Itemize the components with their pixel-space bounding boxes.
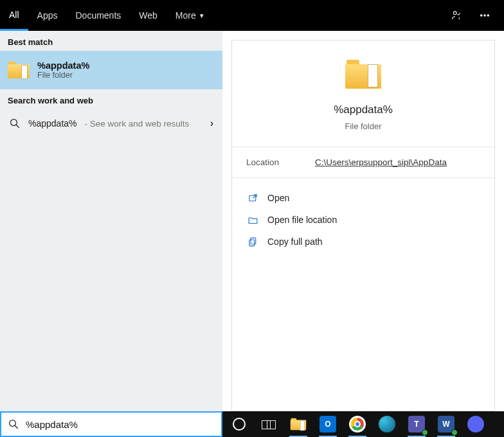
search-box[interactable]: [0, 411, 222, 437]
presence-badge: [451, 429, 458, 436]
search-input[interactable]: [26, 419, 215, 430]
taskbar-discord[interactable]: [462, 411, 490, 437]
preview-pane: %appdata% File folder Location C:\Users\…: [222, 31, 504, 411]
action-open[interactable]: Open: [242, 187, 484, 209]
tab-documents[interactable]: Documents: [66, 0, 130, 31]
tab-all[interactable]: All: [0, 0, 28, 31]
tab-more-label: More: [176, 10, 196, 21]
chrome-icon: [349, 416, 366, 433]
best-match-header: Best match: [0, 31, 222, 51]
explorer-icon: [291, 417, 306, 431]
search-results-pane: Best match %appdata% File folder Search …: [0, 31, 504, 411]
tab-web[interactable]: Web: [130, 0, 166, 31]
action-copy-path-label: Copy full path: [267, 236, 323, 247]
cortana-icon: [233, 418, 246, 431]
edge-icon: [379, 416, 395, 433]
svg-point-0: [453, 12, 456, 15]
web-result[interactable]: %appdata% - See work and web results ›: [0, 109, 222, 138]
action-open-location[interactable]: Open file location: [242, 209, 484, 231]
taskbar-explorer[interactable]: [284, 411, 312, 437]
taskbar: O T W: [222, 411, 504, 437]
taskbar-cortana[interactable]: [225, 411, 253, 437]
best-match-result[interactable]: %appdata% File folder: [0, 51, 222, 89]
action-copy-path[interactable]: Copy full path: [242, 231, 484, 253]
chevron-down-icon: ▼: [199, 12, 205, 19]
taskbar-word[interactable]: W: [432, 411, 460, 437]
work-web-header: Search work and web: [0, 89, 222, 109]
copy-icon: [248, 236, 258, 247]
outlook-icon: O: [320, 416, 336, 433]
tab-more[interactable]: More ▼: [166, 0, 214, 31]
tab-apps[interactable]: Apps: [28, 0, 67, 31]
search-icon: [8, 418, 19, 430]
taskbar-outlook[interactable]: O: [314, 411, 342, 437]
result-title: %appdata%: [37, 60, 89, 71]
bottom-bar: O T W: [0, 411, 504, 437]
search-icon: [9, 118, 21, 129]
web-result-query: %appdata%: [28, 118, 77, 129]
open-icon: [248, 193, 258, 204]
search-filter-tabs: All Apps Documents Web More ▼: [0, 0, 504, 31]
taskbar-teams[interactable]: T: [402, 411, 431, 437]
location-row: Location C:\Users\erpsupport_sipl\AppDat…: [232, 147, 494, 178]
chevron-right-icon: ›: [210, 118, 213, 129]
svg-point-2: [484, 15, 485, 16]
folder-icon: [8, 60, 30, 80]
feedback-icon[interactable]: [442, 0, 471, 31]
folder-icon: [345, 58, 381, 89]
result-subtitle: File folder: [37, 71, 89, 80]
svg-line-10: [15, 425, 18, 429]
location-value[interactable]: C:\Users\erpsupport_sipl\AppData: [315, 157, 447, 167]
svg-line-5: [16, 125, 19, 128]
svg-rect-7: [251, 238, 256, 244]
svg-rect-8: [249, 239, 255, 245]
taskview-icon: [262, 419, 276, 429]
taskbar-taskview[interactable]: [255, 411, 283, 437]
preview-type: File folder: [345, 121, 381, 131]
action-open-location-label: Open file location: [267, 215, 337, 225]
web-result-hint: - See work and web results: [85, 119, 190, 129]
action-open-label: Open: [267, 193, 289, 203]
svg-point-1: [481, 15, 482, 16]
taskbar-chrome[interactable]: [343, 411, 372, 437]
preview-name: %appdata%: [334, 103, 393, 116]
results-list: Best match %appdata% File folder Search …: [0, 31, 222, 411]
presence-badge: [422, 429, 428, 436]
location-label: Location: [246, 157, 279, 167]
svg-point-3: [487, 15, 489, 16]
svg-point-9: [10, 420, 16, 427]
folder-open-icon: [248, 215, 258, 226]
svg-point-4: [11, 120, 17, 126]
taskbar-edge[interactable]: [373, 411, 401, 437]
more-options-icon[interactable]: [471, 0, 499, 31]
discord-icon: [467, 416, 484, 433]
